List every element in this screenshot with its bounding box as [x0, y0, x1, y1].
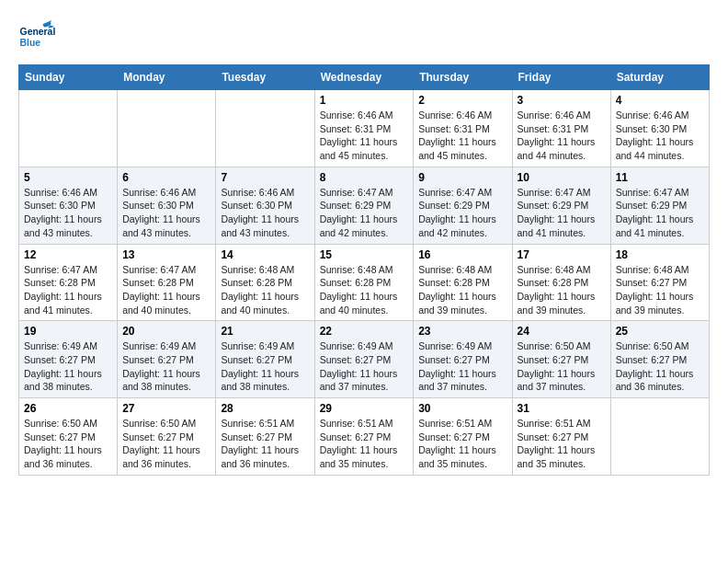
day-info: Sunrise: 6:49 AMSunset: 6:27 PMDaylight:…: [221, 339, 309, 394]
day-info: Sunrise: 6:46 AMSunset: 6:31 PMDaylight:…: [518, 109, 606, 163]
day-number: 27: [122, 402, 210, 415]
day-number: 31: [518, 402, 606, 415]
day-number: 13: [122, 248, 210, 261]
calendar-cell: 25Sunrise: 6:50 AMSunset: 6:27 PMDayligh…: [610, 321, 709, 398]
calendar-cell: [118, 90, 216, 167]
calendar-cell: 10Sunrise: 6:47 AMSunset: 6:29 PMDayligh…: [512, 167, 610, 244]
day-number: 5: [24, 171, 112, 184]
calendar-cell: 6Sunrise: 6:46 AMSunset: 6:30 PMDaylight…: [118, 167, 216, 244]
calendar: SundayMondayTuesdayWednesdayThursdayFrid…: [18, 64, 710, 476]
day-number: 15: [320, 248, 409, 261]
day-info: Sunrise: 6:49 AMSunset: 6:27 PMDaylight:…: [122, 339, 210, 394]
calendar-cell: [216, 90, 314, 167]
logo: General Blue: [18, 18, 55, 55]
calendar-cell: 23Sunrise: 6:49 AMSunset: 6:27 PMDayligh…: [414, 321, 512, 398]
day-number: 22: [320, 325, 409, 338]
calendar-cell: 7Sunrise: 6:46 AMSunset: 6:30 PMDaylight…: [216, 167, 314, 244]
day-info: Sunrise: 6:46 AMSunset: 6:30 PMDaylight:…: [122, 186, 210, 240]
day-info: Sunrise: 6:50 AMSunset: 6:27 PMDaylight:…: [518, 339, 606, 394]
calendar-cell: 14Sunrise: 6:48 AMSunset: 6:28 PMDayligh…: [216, 244, 314, 321]
day-number: 17: [518, 248, 606, 261]
weekday-header-wednesday: Wednesday: [314, 65, 414, 90]
day-info: Sunrise: 6:46 AMSunset: 6:30 PMDaylight:…: [616, 109, 704, 163]
calendar-cell: 2Sunrise: 6:46 AMSunset: 6:31 PMDaylight…: [414, 90, 512, 167]
calendar-cell: 20Sunrise: 6:49 AMSunset: 6:27 PMDayligh…: [118, 321, 216, 398]
calendar-cell: 3Sunrise: 6:46 AMSunset: 6:31 PMDaylight…: [512, 90, 610, 167]
day-info: Sunrise: 6:47 AMSunset: 6:28 PMDaylight:…: [24, 263, 112, 317]
day-number: 14: [221, 248, 309, 261]
day-number: 10: [518, 171, 606, 184]
calendar-cell: 11Sunrise: 6:47 AMSunset: 6:29 PMDayligh…: [610, 167, 709, 244]
weekday-header-sunday: Sunday: [19, 65, 118, 90]
day-number: 4: [616, 94, 704, 107]
day-info: Sunrise: 6:51 AMSunset: 6:27 PMDaylight:…: [320, 417, 409, 471]
day-info: Sunrise: 6:47 AMSunset: 6:29 PMDaylight:…: [616, 186, 704, 240]
calendar-cell: 22Sunrise: 6:49 AMSunset: 6:27 PMDayligh…: [314, 321, 414, 398]
day-info: Sunrise: 6:50 AMSunset: 6:27 PMDaylight:…: [122, 417, 210, 471]
weekday-header-monday: Monday: [118, 65, 216, 90]
day-number: 19: [24, 325, 112, 338]
day-info: Sunrise: 6:49 AMSunset: 6:27 PMDaylight:…: [320, 339, 409, 394]
weekday-header-friday: Friday: [512, 65, 610, 90]
weekday-header-tuesday: Tuesday: [216, 65, 314, 90]
calendar-cell: 31Sunrise: 6:51 AMSunset: 6:27 PMDayligh…: [512, 398, 610, 476]
calendar-cell: 8Sunrise: 6:47 AMSunset: 6:29 PMDaylight…: [314, 167, 414, 244]
day-number: 8: [320, 171, 409, 184]
weekday-header-saturday: Saturday: [610, 65, 709, 90]
day-number: 18: [616, 248, 704, 261]
day-info: Sunrise: 6:48 AMSunset: 6:28 PMDaylight:…: [418, 263, 506, 317]
day-info: Sunrise: 6:50 AMSunset: 6:27 PMDaylight:…: [24, 417, 112, 471]
day-info: Sunrise: 6:46 AMSunset: 6:31 PMDaylight:…: [320, 109, 409, 163]
day-number: 26: [24, 402, 112, 415]
calendar-cell: 1Sunrise: 6:46 AMSunset: 6:31 PMDaylight…: [314, 90, 414, 167]
day-number: 28: [221, 402, 309, 415]
day-number: 2: [418, 94, 506, 107]
day-number: 29: [320, 402, 409, 415]
day-number: 7: [221, 171, 309, 184]
day-info: Sunrise: 6:51 AMSunset: 6:27 PMDaylight:…: [221, 417, 309, 471]
calendar-cell: 30Sunrise: 6:51 AMSunset: 6:27 PMDayligh…: [414, 398, 512, 476]
day-info: Sunrise: 6:47 AMSunset: 6:29 PMDaylight:…: [418, 186, 506, 240]
day-number: 11: [616, 171, 704, 184]
calendar-cell: 29Sunrise: 6:51 AMSunset: 6:27 PMDayligh…: [314, 398, 414, 476]
day-number: 3: [518, 94, 606, 107]
calendar-cell: 9Sunrise: 6:47 AMSunset: 6:29 PMDaylight…: [414, 167, 512, 244]
calendar-cell: 13Sunrise: 6:47 AMSunset: 6:28 PMDayligh…: [118, 244, 216, 321]
day-number: 20: [122, 325, 210, 338]
day-info: Sunrise: 6:48 AMSunset: 6:28 PMDaylight:…: [320, 263, 409, 317]
day-number: 12: [24, 248, 112, 261]
calendar-cell: [19, 90, 118, 167]
calendar-cell: 27Sunrise: 6:50 AMSunset: 6:27 PMDayligh…: [118, 398, 216, 476]
day-info: Sunrise: 6:48 AMSunset: 6:28 PMDaylight:…: [221, 263, 309, 317]
calendar-cell: 4Sunrise: 6:46 AMSunset: 6:30 PMDaylight…: [610, 90, 709, 167]
svg-text:Blue: Blue: [20, 38, 41, 48]
day-info: Sunrise: 6:47 AMSunset: 6:29 PMDaylight:…: [518, 186, 606, 240]
day-info: Sunrise: 6:46 AMSunset: 6:30 PMDaylight:…: [24, 186, 112, 240]
day-number: 23: [418, 325, 506, 338]
day-info: Sunrise: 6:47 AMSunset: 6:28 PMDaylight:…: [122, 263, 210, 317]
day-number: 25: [616, 325, 704, 338]
day-info: Sunrise: 6:46 AMSunset: 6:30 PMDaylight:…: [221, 186, 309, 240]
day-info: Sunrise: 6:51 AMSunset: 6:27 PMDaylight:…: [418, 417, 506, 471]
calendar-cell: [610, 398, 709, 476]
calendar-cell: 21Sunrise: 6:49 AMSunset: 6:27 PMDayligh…: [216, 321, 314, 398]
day-number: 21: [221, 325, 309, 338]
day-number: 1: [320, 94, 409, 107]
day-info: Sunrise: 6:47 AMSunset: 6:29 PMDaylight:…: [320, 186, 409, 240]
calendar-cell: 26Sunrise: 6:50 AMSunset: 6:27 PMDayligh…: [19, 398, 118, 476]
day-number: 30: [418, 402, 506, 415]
day-info: Sunrise: 6:50 AMSunset: 6:27 PMDaylight:…: [616, 339, 704, 394]
weekday-header-thursday: Thursday: [414, 65, 512, 90]
day-info: Sunrise: 6:48 AMSunset: 6:27 PMDaylight:…: [616, 263, 704, 317]
calendar-cell: 18Sunrise: 6:48 AMSunset: 6:27 PMDayligh…: [610, 244, 709, 321]
calendar-cell: 12Sunrise: 6:47 AMSunset: 6:28 PMDayligh…: [19, 244, 118, 321]
day-number: 6: [122, 171, 210, 184]
day-info: Sunrise: 6:51 AMSunset: 6:27 PMDaylight:…: [518, 417, 606, 471]
day-info: Sunrise: 6:46 AMSunset: 6:31 PMDaylight:…: [418, 109, 506, 163]
calendar-cell: 15Sunrise: 6:48 AMSunset: 6:28 PMDayligh…: [314, 244, 414, 321]
day-info: Sunrise: 6:49 AMSunset: 6:27 PMDaylight:…: [24, 339, 112, 394]
day-number: 9: [418, 171, 506, 184]
calendar-cell: 19Sunrise: 6:49 AMSunset: 6:27 PMDayligh…: [19, 321, 118, 398]
calendar-cell: 17Sunrise: 6:48 AMSunset: 6:28 PMDayligh…: [512, 244, 610, 321]
calendar-cell: 5Sunrise: 6:46 AMSunset: 6:30 PMDaylight…: [19, 167, 118, 244]
